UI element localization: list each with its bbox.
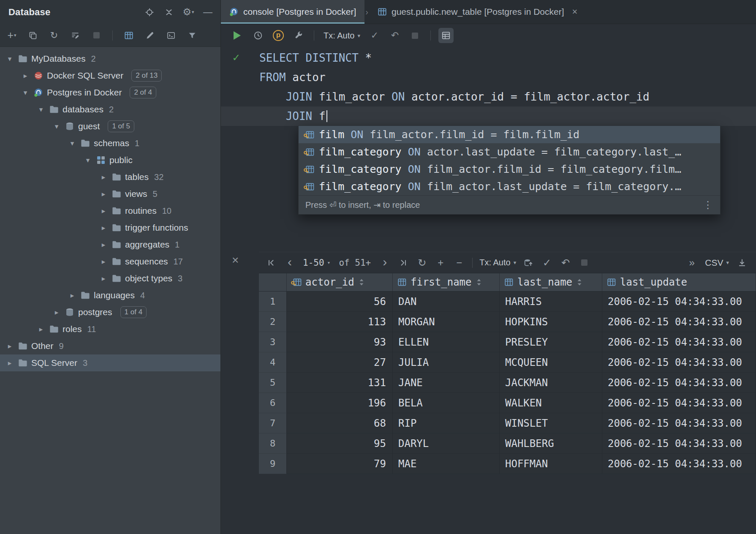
tree-item-docker-sql-server[interactable]: ▸Docker SQL Server2 of 13: [0, 67, 220, 84]
tree-item-languages[interactable]: ▸languages4: [0, 287, 220, 304]
settings-wrench-icon[interactable]: [291, 28, 306, 43]
column-header-first_name[interactable]: first_name: [393, 273, 500, 291]
filter-icon[interactable]: [185, 28, 200, 43]
sql-line[interactable]: FROM actor: [221, 68, 756, 87]
tree-item-guest[interactable]: ▾guest1 of 5: [0, 118, 220, 135]
cell-last_update[interactable]: 2006-02-15 04:34:33.00: [602, 292, 756, 312]
sort-icon[interactable]: [577, 278, 582, 286]
row-number[interactable]: 3: [259, 332, 287, 352]
cell-last_name[interactable]: JACKMAN: [500, 373, 602, 393]
stop-icon[interactable]: [408, 28, 423, 43]
edit-source-icon[interactable]: [142, 28, 158, 43]
chevron-right-icon[interactable]: ▸: [36, 325, 46, 334]
previous-page-icon[interactable]: ‹: [282, 255, 298, 271]
chevron-right-icon[interactable]: ▸: [52, 308, 61, 317]
cell-last_name[interactable]: WINSLET: [500, 413, 602, 433]
cell-actor_id[interactable]: 56: [287, 292, 393, 312]
tree-item-views[interactable]: ▸views5: [0, 185, 220, 202]
table-row[interactable]: 393ELLENPRESLEY2006-02-15 04:34:33.00: [259, 332, 756, 352]
table-row[interactable]: 979MAEHOFFMAN2006-02-15 04:34:33.00: [259, 454, 756, 474]
export-data-icon[interactable]: [734, 255, 750, 271]
reload-icon[interactable]: ↻: [414, 255, 430, 271]
tree-item-trigger-functions[interactable]: ▸trigger functions: [0, 219, 220, 236]
table-row[interactable]: 895DARYLWAHLBERG2006-02-15 04:34:33.00: [259, 433, 756, 454]
table-row[interactable]: 5131JANEJACKMAN2006-02-15 04:34:33.00: [259, 373, 756, 393]
sql-line[interactable]: JOIN f: [221, 106, 756, 126]
tree-item-aggregates[interactable]: ▸aggregates1: [0, 236, 220, 253]
query-console-icon[interactable]: [163, 28, 179, 43]
stop-icon[interactable]: [89, 28, 104, 43]
chevron-right-icon[interactable]: ▸: [99, 240, 108, 249]
tree-item-object-types[interactable]: ▸object types3: [0, 270, 220, 287]
cell-first_name[interactable]: MORGAN: [393, 312, 500, 332]
cell-last_update[interactable]: 2006-02-15 04:34:33.00: [602, 373, 756, 393]
row-number[interactable]: 1: [259, 292, 287, 312]
sync-edit-icon[interactable]: [68, 28, 83, 43]
first-page-icon[interactable]: [263, 255, 279, 271]
cell-first_name[interactable]: ELLEN: [393, 332, 500, 352]
tree-item-postgres-in-docker[interactable]: ▾Postgres in Docker2 of 4: [0, 84, 220, 101]
cell-last_name[interactable]: WALKEN: [500, 393, 602, 413]
chevron-right-icon[interactable]: ▸: [68, 291, 77, 300]
table-row[interactable]: 768RIPWINSLET2006-02-15 04:34:33.00: [259, 413, 756, 433]
hide-panel-icon[interactable]: —: [200, 5, 215, 20]
chevron-down-icon[interactable]: ▾: [68, 139, 77, 148]
sql-line[interactable]: SELECT DISTINCT *: [221, 48, 756, 68]
duplicate-icon[interactable]: [25, 28, 41, 43]
chevron-down-icon[interactable]: ▾: [21, 88, 30, 97]
cell-actor_id[interactable]: 131: [287, 373, 393, 393]
tree-item-sql-server[interactable]: ▸SQL Server3: [0, 354, 220, 371]
stop-icon[interactable]: [576, 255, 592, 271]
cell-first_name[interactable]: DAN: [393, 292, 500, 312]
chevron-down-icon[interactable]: ▾: [83, 156, 92, 165]
more-actions-icon[interactable]: »: [684, 255, 700, 271]
column-header-last_name[interactable]: last_name: [500, 273, 602, 291]
cell-last_update[interactable]: 2006-02-15 04:34:33.00: [602, 312, 756, 332]
chevron-right-icon[interactable]: ▸: [99, 274, 108, 283]
cell-last_update[interactable]: 2006-02-15 04:34:33.00: [602, 433, 756, 454]
collapse-all-icon[interactable]: [161, 5, 177, 20]
cell-last_name[interactable]: WAHLBERG: [500, 433, 602, 454]
session-icon[interactable]: p: [271, 28, 286, 43]
in-editor-results-toggle[interactable]: [438, 28, 454, 43]
new-item-button[interactable]: +▾: [4, 28, 19, 43]
column-header-last_update[interactable]: last_update: [602, 273, 756, 291]
add-row-icon[interactable]: +: [432, 255, 449, 271]
tree-item-postgres[interactable]: ▸postgres1 of 4: [0, 304, 220, 321]
table-row[interactable]: 6196BELAWALKEN2006-02-15 04:34:33.00: [259, 393, 756, 413]
tab-console[interactable]: console [Postgres in Docker]: [221, 0, 364, 24]
chevron-right-icon[interactable]: ▸: [21, 71, 30, 80]
submit-to-database-icon[interactable]: [520, 255, 536, 271]
cell-last_name[interactable]: HARRIS: [500, 292, 602, 312]
locate-icon[interactable]: [142, 5, 157, 20]
data-editor-icon[interactable]: [121, 28, 136, 43]
close-tab-icon[interactable]: ×: [572, 6, 578, 17]
cell-first_name[interactable]: JULIA: [393, 352, 500, 373]
chevron-down-icon[interactable]: ▾: [5, 54, 14, 63]
cell-last_name[interactable]: PRESLEY: [500, 332, 602, 352]
cell-last_name[interactable]: MCQUEEN: [500, 352, 602, 373]
tab-new-table[interactable]: guest.public.new_table [Postgres in Dock…: [369, 0, 586, 24]
close-results-icon[interactable]: ×: [232, 254, 239, 266]
sort-icon[interactable]: [476, 278, 481, 286]
cell-actor_id[interactable]: 68: [287, 413, 393, 433]
tree-item-other[interactable]: ▸Other9: [0, 338, 220, 354]
sql-line[interactable]: JOIN film_actor ON actor.actor_id = film…: [221, 87, 756, 106]
tree-item-routines[interactable]: ▸routines10: [0, 202, 220, 219]
commit-icon[interactable]: ✓: [539, 255, 555, 271]
cell-actor_id[interactable]: 93: [287, 332, 393, 352]
cell-first_name[interactable]: RIP: [393, 413, 500, 433]
completion-item[interactable]: film_category ON actor.last_update = fil…: [299, 143, 720, 161]
cell-last_update[interactable]: 2006-02-15 04:34:33.00: [602, 413, 756, 433]
row-number[interactable]: 4: [259, 352, 287, 373]
tree-item-tables[interactable]: ▸tables32: [0, 169, 220, 185]
cell-first_name[interactable]: JANE: [393, 373, 500, 393]
row-number[interactable]: 7: [259, 413, 287, 433]
cell-last_name[interactable]: HOFFMAN: [500, 454, 602, 474]
tx-mode-dropdown[interactable]: Tx: Auto▾: [478, 258, 518, 267]
tree-item-public[interactable]: ▾public: [0, 152, 220, 169]
completion-item[interactable]: film_category ON film_actor.last_update …: [299, 178, 720, 195]
cell-last_update[interactable]: 2006-02-15 04:34:33.00: [602, 332, 756, 352]
tree-item-databases[interactable]: ▾databases2: [0, 101, 220, 118]
chevron-right-icon[interactable]: ▸: [99, 173, 108, 182]
